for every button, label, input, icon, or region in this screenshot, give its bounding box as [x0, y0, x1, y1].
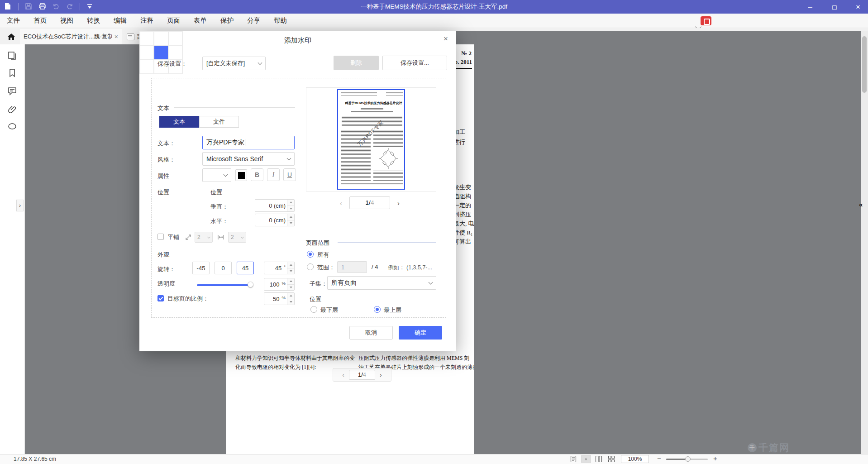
stamp-panel-icon[interactable] — [7, 121, 17, 131]
horizontal-offset-spinner[interactable]: 0 (cm) — [255, 214, 295, 226]
continuous-view-icon[interactable] — [581, 455, 591, 463]
attachment-panel-icon[interactable] — [7, 104, 17, 114]
spin-down-icon — [290, 301, 292, 303]
range-custom-radio[interactable] — [307, 263, 314, 270]
chevron-down-icon — [224, 172, 228, 177]
delete-button[interactable]: 删除 — [334, 56, 379, 70]
menu-protect[interactable]: 保护 — [220, 16, 234, 25]
rotate-angle-spinner[interactable]: 45° — [264, 262, 295, 274]
tile-diagonal-icon — [185, 234, 192, 243]
comment-panel-icon[interactable] — [7, 86, 17, 96]
minimize-button[interactable]: ─ — [800, 0, 820, 14]
menu-comment[interactable]: 注释 — [140, 16, 153, 25]
grid-cell-selected[interactable] — [154, 45, 168, 59]
menu-help[interactable]: 帮助 — [274, 16, 287, 25]
preview-page-box[interactable]: 1/4 — [349, 196, 390, 209]
tile-checkbox[interactable] — [157, 234, 164, 240]
single-page-view-icon[interactable] — [568, 455, 578, 463]
font-size-select[interactable] — [202, 168, 231, 182]
expand-panel-handle[interactable]: › — [16, 200, 24, 211]
menu-edit[interactable]: 编辑 — [114, 16, 127, 25]
grid-cell[interactable] — [140, 60, 154, 74]
layer-bottom-radio[interactable] — [310, 306, 317, 313]
underline-button[interactable]: U — [283, 168, 296, 181]
maximize-button[interactable]: ▢ — [825, 0, 844, 14]
save-settings-button[interactable]: 保存设置... — [382, 56, 447, 70]
rotate-preset-neg45[interactable]: -45 — [192, 262, 210, 274]
scrollbar-thumb[interactable] — [862, 36, 867, 93]
zoom-slider-thumb[interactable] — [685, 456, 691, 462]
page-number-box[interactable]: 1/4 — [349, 370, 375, 380]
font-color-swatch[interactable] — [235, 169, 247, 181]
spin-up-icon — [290, 264, 292, 266]
zoom-in-icon[interactable]: + — [713, 454, 717, 462]
tab-file[interactable]: 文件 — [199, 116, 239, 128]
tile-cols-select[interactable]: 2 — [228, 232, 246, 243]
spinner-buttons[interactable] — [287, 293, 294, 305]
document-tab-active[interactable]: ECO技术在SoC芯片设计...魏-复制 × — [20, 29, 122, 44]
tile-rows-select[interactable]: 2 — [195, 232, 213, 243]
next-page-icon[interactable]: › — [380, 371, 382, 378]
menu-view[interactable]: 视图 — [60, 16, 73, 25]
bookmark-panel-icon[interactable] — [7, 68, 17, 78]
two-page-view-icon[interactable] — [594, 455, 604, 463]
range-total: / 4 — [372, 263, 378, 270]
opacity-slider[interactable] — [197, 284, 250, 286]
prev-page-icon[interactable]: ‹ — [342, 371, 344, 378]
thumb-title: 一种基于MEMS技术的压力传感器芯片设计 — [340, 101, 404, 105]
spinner-buttons[interactable] — [287, 200, 294, 211]
close-window-button[interactable]: ✕ — [848, 0, 868, 14]
grid-cell[interactable] — [168, 45, 182, 59]
vertical-offset-spinner[interactable]: 0 (cm) — [255, 199, 295, 212]
upgrade-badge-icon[interactable] — [701, 16, 711, 25]
menu-file[interactable]: 文件 — [7, 16, 20, 25]
watermark-text-input[interactable]: 万兴PDF专家 — [202, 136, 295, 149]
chevron-down-icon — [241, 235, 244, 238]
sp inner-buttons[interactable] — [287, 262, 294, 274]
opacity-spinner[interactable]: 100% — [264, 278, 295, 291]
scale-spinner[interactable]: 50% — [264, 292, 295, 305]
preview-next-icon[interactable]: › — [397, 199, 400, 207]
home-tab-icon[interactable] — [6, 32, 16, 43]
font-select[interactable]: Microsoft Sans Serif — [202, 152, 295, 166]
collapse-right-panel-handle[interactable]: « — [859, 201, 863, 208]
scale-checkbox-checked[interactable] — [157, 295, 164, 301]
opacity-label: 透明度 — [157, 280, 175, 288]
window-title: 一种基于MEMS技术的压力传感器芯片设计-王大军.pdf — [0, 3, 868, 11]
save-settings-select[interactable]: [自定义未保存] — [202, 57, 266, 70]
grid-view-icon[interactable] — [606, 455, 616, 463]
range-input[interactable]: 1 — [337, 261, 367, 273]
thumbnail-panel-icon[interactable] — [7, 51, 17, 61]
zoom-out-icon[interactable]: − — [657, 454, 661, 462]
dialog-close-icon[interactable]: × — [444, 34, 448, 43]
italic-button[interactable]: I — [267, 168, 280, 181]
rotate-preset-0[interactable]: 0 — [215, 262, 232, 274]
section-divider — [174, 107, 295, 108]
preview-prev-icon[interactable]: ‹ — [340, 199, 342, 207]
grid-cell[interactable] — [140, 45, 154, 59]
range-all-radio-selected[interactable] — [307, 251, 314, 258]
menu-form[interactable]: 表单 — [194, 16, 207, 25]
opacity-slider-thumb[interactable] — [248, 282, 253, 287]
cancel-button[interactable]: 取消 — [349, 326, 393, 340]
position-grid-header: 位置 — [157, 188, 169, 196]
menu-home[interactable]: 首页 — [33, 16, 47, 25]
spinner-buttons[interactable] — [287, 278, 294, 290]
text-caret — [245, 139, 245, 146]
spinner-buttons[interactable] — [287, 214, 294, 226]
subset-select[interactable]: 所有页面 — [327, 276, 436, 290]
section-divider — [338, 242, 436, 243]
rotate-preset-45-selected[interactable]: 45 — [237, 262, 254, 274]
zoom-level[interactable]: 100% — [621, 455, 649, 463]
chevron-down-icon — [287, 156, 291, 161]
vertical-scrollbar[interactable] — [861, 31, 868, 454]
menu-convert[interactable]: 转换 — [87, 16, 100, 25]
bold-button[interactable]: B — [251, 168, 263, 181]
menu-share[interactable]: 分享 — [247, 16, 260, 25]
thumb-right-column-bottom — [373, 171, 403, 182]
ok-button[interactable]: 确定 — [399, 326, 442, 340]
menu-page[interactable]: 页面 — [167, 16, 180, 25]
tab-close-icon[interactable]: × — [114, 33, 118, 40]
tab-text[interactable]: 文本 — [159, 116, 199, 128]
layer-top-radio-selected[interactable] — [374, 306, 381, 313]
